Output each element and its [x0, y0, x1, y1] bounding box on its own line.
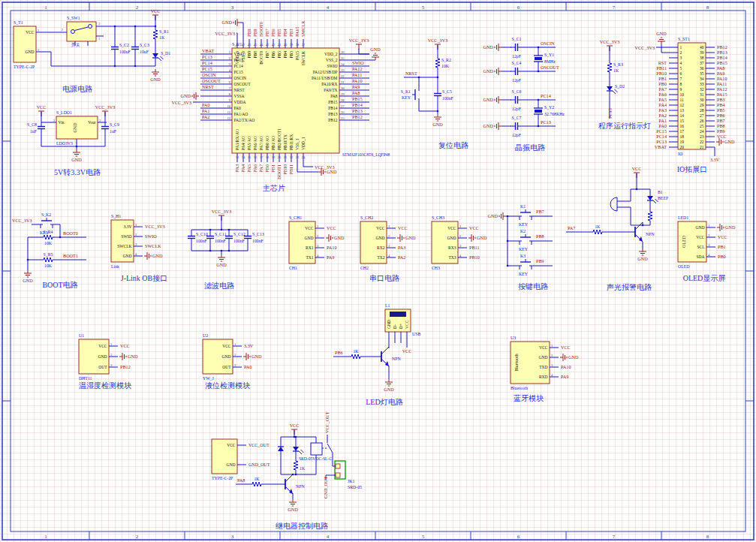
gnd-symbol[interactable]: GND: [483, 68, 501, 75]
gnd-symbol[interactable]: GND: [397, 234, 416, 242]
gnd-symbol[interactable]: GND: [23, 270, 33, 283]
net-label-B1[interactable]: B1: [658, 190, 663, 194]
led-[interactable]: [293, 444, 304, 456]
resistor-[interactable]: [648, 210, 652, 222]
net-label-3.3V[interactable]: 3.3V: [244, 343, 254, 348]
net-label-VCC_3V3[interactable]: VCC_3V3: [635, 45, 655, 50]
net-label-PA0[interactable]: PA0: [244, 364, 251, 369]
block-title-mcu[interactable]: 主芯片: [262, 184, 285, 192]
net-label-VCC_3V3[interactable]: VCC_3V3: [215, 31, 235, 36]
capacitor-S_C1[interactable]: S_C112pF: [511, 37, 523, 59]
net-label-PB8[interactable]: PB8: [536, 233, 544, 239]
capacitor-S_C13[interactable]: S_C13100nF: [244, 232, 264, 243]
net-label-PA6[interactable]: PA6: [252, 164, 258, 172]
net-label-PA8[interactable]: PA8: [237, 477, 245, 483]
net-label-PA4[interactable]: PA4: [659, 102, 667, 107]
wire[interactable]: [419, 103, 438, 111]
net-label-PB9[interactable]: PB9: [246, 29, 251, 37]
net-label-SRD-05VDC-SL-C[interactable]: SRD-05VDC-SL-C: [299, 456, 332, 461]
net-label-PA3[interactable]: PA3: [659, 107, 667, 113]
net-label-PA15[interactable]: PA15: [717, 92, 727, 97]
net-label-3[interactable]: 3: [98, 22, 101, 26]
terminal[interactable]: [335, 461, 345, 479]
block-title-dht[interactable]: 温湿度检测模块: [79, 381, 132, 390]
net-label-PB15[interactable]: PB15: [352, 96, 363, 101]
component-S_U1[interactable]: S_U11VBATVBAT2PC13PC133PC14PC144PC15PC15…: [181, 20, 369, 179]
gnd-symbol[interactable]: GND: [119, 353, 138, 360]
gnd-symbol[interactable]: GND: [637, 248, 648, 261]
gnd-symbol[interactable]: GND: [370, 47, 381, 60]
net-label-PA11[interactable]: PA11: [352, 72, 362, 77]
net-label-PC13[interactable]: PC13: [656, 139, 667, 144]
net-label-NPN[interactable]: NPN: [646, 232, 655, 236]
net-label-3.3V[interactable]: 3.3V: [710, 157, 720, 162]
net-label-PB12[interactable]: PB12: [717, 44, 727, 50]
schematic-canvas[interactable]: 1234567812345678S_T1TYPE-C-2P1VCC2GNDS_S…: [0, 0, 756, 542]
transistor-npn[interactable]: [275, 474, 293, 494]
gnd-symbol[interactable]: GND: [717, 224, 736, 231]
capacitor-S_C6[interactable]: S_C612pF: [511, 89, 523, 111]
component-TYPE-C-2P[interactable]: TYPE-C-2PVCCVCC_OUTGNDGND_OUT: [212, 439, 270, 480]
net-label-PA9[interactable]: PA9: [327, 254, 334, 260]
net-label-PC15[interactable]: PC15: [656, 128, 667, 134]
net-label-PA2[interactable]: PA2: [202, 114, 209, 119]
net-label-PA2[interactable]: PA2: [659, 113, 667, 118]
net-label-PA10[interactable]: PA10: [561, 364, 571, 369]
gnd-symbol[interactable]: GND: [483, 122, 501, 130]
net-label-PB14[interactable]: PB14: [352, 102, 363, 107]
gnd-symbol[interactable]: GND: [488, 212, 506, 220]
block-title-power[interactable]: 电源电路: [62, 85, 92, 93]
block-title-alarm[interactable]: 声光报警电路: [607, 283, 652, 291]
net-label-GND_OUT[interactable]: GND_OUT: [323, 477, 328, 498]
net-label-VCC_OUT[interactable]: VCC_OUT: [324, 411, 330, 433]
net-label-PB1[interactable]: PB1: [658, 76, 667, 81]
component-L1[interactable]: L1GNDD-D+VCC: [385, 303, 411, 343]
net-label-GND_OUT[interactable]: GND_OUT: [248, 462, 270, 467]
net-label-PB14[interactable]: PB14: [717, 55, 727, 60]
component-LED1[interactable]: LED1OLEDOLED1GNDGND2VCCVCC3SCLPB14SDAPB0: [678, 215, 736, 269]
block-title-jlink[interactable]: J-Link OB接口: [121, 274, 168, 282]
net-label-NRST[interactable]: NRST: [405, 71, 417, 76]
gnd-symbol[interactable]: GND: [216, 254, 227, 267]
net-label-PB6[interactable]: PB6: [717, 113, 725, 118]
net-label-PB0[interactable]: PB0: [658, 81, 667, 86]
net-label-NRST[interactable]: NRST: [202, 84, 214, 89]
net-label-PB13[interactable]: PB13: [717, 50, 727, 55]
net-label-PB5[interactable]: PB5: [276, 29, 282, 37]
net-label-PA5[interactable]: PA5: [659, 97, 667, 102]
power-flag-VCC_3V3[interactable]: VCC_3V3: [349, 38, 369, 50]
net-label-PA2[interactable]: PA2: [398, 254, 405, 260]
component-U1[interactable]: U1DHT111VCCVCC2GNDGND3OUTPB12: [79, 333, 138, 381]
net-label-PB8[interactable]: PB8: [717, 123, 725, 128]
capacitor-S_C3[interactable]: S_C310uF: [131, 43, 149, 54]
net-label-PB8[interactable]: PB8: [252, 29, 258, 37]
net-label-PA9[interactable]: PA9: [352, 84, 360, 89]
gnd-symbol[interactable]: GND: [656, 31, 667, 44]
gnd-symbol[interactable]: GND: [144, 252, 163, 260]
net-label-NPN[interactable]: NPN: [392, 357, 401, 361]
net-label-SWCLK[interactable]: SWCLK: [300, 20, 306, 37]
key-K1[interactable]: K1KEY: [517, 204, 534, 227]
gnd-symbol[interactable]: GND: [468, 234, 487, 242]
net-label-PC14[interactable]: PC14: [541, 93, 551, 98]
net-label-VCC_3V3[interactable]: VCC_3V3: [145, 224, 164, 229]
net-label-STM32F103C8T6_LQFP48[interactable]: STM32F103C8T6_LQFP48: [342, 152, 390, 157]
net-label-PB9[interactable]: PB9: [717, 128, 725, 134]
net-label-PB3[interactable]: PB3: [717, 97, 725, 102]
net-label-PA7[interactable]: PA7: [258, 164, 264, 172]
capacitor-S_C7[interactable]: S_C712pF: [511, 116, 523, 137]
net-label-SWIO[interactable]: SWIO: [352, 60, 364, 65]
transistor-npn[interactable]: [371, 347, 389, 366]
capacitor-S_C2[interactable]: S_C2100uF: [111, 43, 131, 54]
net-label-PB15[interactable]: PB15: [717, 60, 727, 65]
net-label-PA12[interactable]: PA12: [717, 86, 727, 92]
net-label-PA12[interactable]: PA12: [352, 66, 363, 71]
switch-S_SW1[interactable]: S_SW1开关: [67, 16, 96, 47]
component-S_T1[interactable]: S_T1TYPE-C-2P1VCC2GND: [14, 20, 44, 69]
net-label-PA4[interactable]: PA4: [240, 164, 245, 172]
gnd-symbol[interactable]: GND: [716, 138, 735, 146]
net-label-SWCLK[interactable]: SWCLK: [145, 243, 161, 248]
net-label-SRD-05[interactable]: SRD-05: [348, 485, 362, 489]
component-S_LDO1[interactable]: S_LDO1LDO3V3GND3Vin2Vout1: [47, 110, 107, 146]
net-label-VCC[interactable]: VCC: [469, 225, 479, 230]
